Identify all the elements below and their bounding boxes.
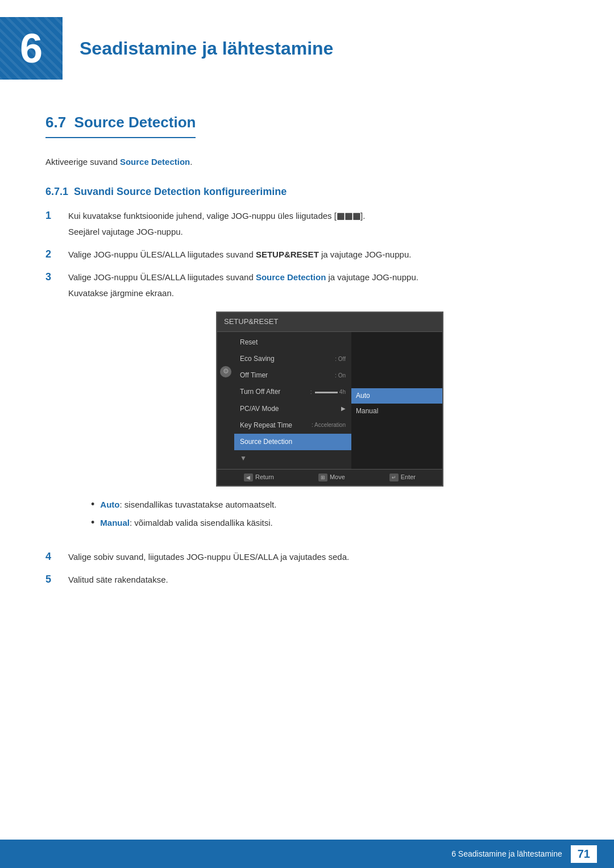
bullet-list: • Auto: sisendallikas tuvastatakse autom…: [91, 498, 569, 530]
bullet-text-manual: Manual: võimaldab valida sisendallika kä…: [100, 516, 272, 530]
step-3-number: 3: [45, 271, 68, 283]
section-title: Source Detection: [74, 114, 196, 131]
step-3-content: Valige JOG-nuppu ÜLES/ALLA liigutades su…: [68, 271, 569, 541]
return-icon: ◀: [244, 474, 253, 481]
chapter-badge: 6: [0, 17, 63, 80]
steps-list: 1 Kui kuvatakse funktsioonide juhend, va…: [45, 209, 569, 587]
move-icon: ⊞: [318, 474, 327, 481]
footer-btn-enter: ↵ Enter: [389, 472, 416, 483]
intro-text-before: Aktiveerige suvand: [45, 157, 120, 167]
step-2-bold: SETUP&RESET: [256, 250, 319, 259]
step-5-number: 5: [45, 573, 68, 585]
step-4-content: Valige sobiv suvand, liigutades JOG-nupp…: [68, 550, 569, 564]
bullet-dot-1: •: [91, 499, 94, 509]
footer-chapter-text: 6 Seadistamine ja lähtestamine: [451, 849, 562, 858]
subsection-number: 6.7.1: [45, 186, 68, 197]
menu-source-detection: Source Detection: [234, 434, 351, 450]
menu-off-timer: Off Timer : On: [234, 367, 351, 384]
step-3: 3 Valige JOG-nuppu ÜLES/ALLA liigutades …: [45, 271, 569, 541]
screen-container: SETUP&RESET ⚙: [91, 312, 569, 487]
page-footer: 6 Seadistamine ja lähtestamine 71: [0, 840, 614, 868]
gear-icon: ⚙: [220, 366, 231, 377]
step-4-number: 4: [45, 550, 68, 563]
screen-body: ⚙ Reset Eco Saving : Off: [217, 332, 442, 470]
screen-left-icons: ⚙: [217, 332, 234, 470]
step-2: 2 Valige JOG-nuppu ÜLES/ALLA liigutades …: [45, 248, 569, 261]
subsection-heading: 6.7.1 Suvandi Source Detection konfigure…: [45, 186, 569, 198]
screen-options-panel: Auto Manual: [351, 332, 442, 470]
menu-reset: Reset: [234, 334, 351, 351]
step-4: 4 Valige sobiv suvand, liigutades JOG-nu…: [45, 550, 569, 564]
menu-pcav-mode: PC/AV Mode ▶: [234, 401, 351, 417]
bullet-text-auto: Auto: sisendallikas tuvastatakse automaa…: [100, 498, 276, 512]
option-manual: Manual: [351, 404, 442, 419]
bullet-dot-2: •: [91, 517, 94, 528]
section-number: 6.7: [45, 114, 66, 131]
step-1-number: 1: [45, 209, 68, 222]
bullet-auto: • Auto: sisendallikas tuvastatakse autom…: [91, 498, 569, 512]
page-number: 71: [571, 845, 597, 863]
chapter-number: 6: [20, 28, 43, 69]
step-5-content: Valitud säte rakendatakse.: [68, 573, 569, 587]
step-3-sub: Kuvatakse järgmine ekraan.: [68, 286, 569, 300]
main-content: 6.7 Source Detection Aktiveerige suvand …: [0, 91, 614, 643]
step-3-bold: Source Detection: [256, 272, 326, 282]
step-1-sub: Seejärel vajutage JOG-nuppu.: [68, 225, 569, 239]
intro-paragraph: Aktiveerige suvand Source Detection.: [45, 155, 569, 169]
manual-label: Manual: [100, 518, 130, 528]
menu-eco-saving: Eco Saving : Off: [234, 351, 351, 367]
screen-footer: ◀ Return ⊞ Move ↵ Enter: [217, 469, 442, 485]
screen-image: SETUP&RESET ⚙: [216, 312, 443, 487]
page-header: 6 Seadistamine ja lähtestamine: [0, 0, 614, 91]
menu-turn-off-after: Turn Off After : 4h: [234, 384, 351, 400]
screen-menu: Reset Eco Saving : Off Off Timer : On: [234, 332, 351, 470]
subsection-title: Suvandi Source Detection konfigureerimin…: [74, 186, 287, 197]
step-1-content: Kui kuvatakse funktsioonide juhend, vali…: [68, 209, 569, 239]
intro-text-after: .: [190, 157, 192, 167]
screen-header: SETUP&RESET: [217, 313, 442, 332]
auto-label: Auto: [100, 500, 119, 509]
intro-bold: Source Detection: [120, 157, 190, 167]
step-2-content: Valige JOG-nuppu ÜLES/ALLA liigutades su…: [68, 248, 569, 261]
menu-more: ▼: [234, 450, 351, 467]
step-1: 1 Kui kuvatakse funktsioonide juhend, va…: [45, 209, 569, 239]
chapter-title: Seadistamine ja lähtestamine: [80, 38, 333, 59]
enter-icon: ↵: [389, 474, 399, 481]
step-5: 5 Valitud säte rakendatakse.: [45, 573, 569, 587]
option-auto: Auto: [351, 388, 442, 404]
step-2-number: 2: [45, 248, 68, 260]
footer-btn-return: ◀ Return: [244, 472, 274, 483]
section-heading: 6.7 Source Detection: [45, 114, 569, 155]
bullet-manual: • Manual: võimaldab valida sisendallika …: [91, 516, 569, 530]
footer-btn-move: ⊞ Move: [318, 472, 345, 483]
menu-key-repeat: Key Repeat Time : Acceleration: [234, 417, 351, 434]
